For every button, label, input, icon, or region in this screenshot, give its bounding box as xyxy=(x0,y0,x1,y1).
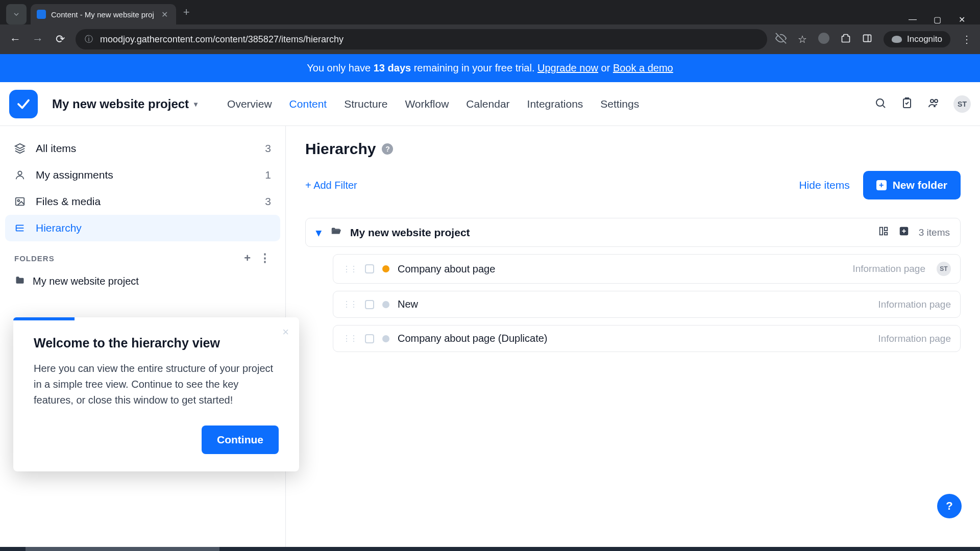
add-folder-button[interactable]: + xyxy=(244,252,251,265)
profile-icon[interactable] xyxy=(818,33,829,46)
svg-rect-10 xyxy=(16,198,24,206)
svg-point-9 xyxy=(18,171,21,175)
folder-menu-button[interactable]: ⋮ xyxy=(259,252,271,265)
sidebar-item-my-assignments[interactable]: My assignments 1 xyxy=(5,162,280,188)
drag-handle-icon[interactable]: ⋮⋮ xyxy=(342,334,357,343)
sidepanel-icon[interactable] xyxy=(862,33,872,46)
sidebar-item-hierarchy[interactable]: Hierarchy xyxy=(5,215,280,241)
folder-plus-icon: + xyxy=(876,180,887,190)
banner-or: or xyxy=(598,62,613,73)
topbar-actions: ST xyxy=(874,95,971,113)
tab-content[interactable]: Content xyxy=(289,98,327,110)
url-text: moodjoy.gathercontent.com/content/385827… xyxy=(100,34,344,45)
folder-item[interactable]: My new website project xyxy=(5,269,280,294)
item-title: New xyxy=(398,298,418,310)
forward-button[interactable]: → xyxy=(31,33,45,46)
app-logo[interactable] xyxy=(9,90,38,118)
folder-icon xyxy=(14,275,26,288)
caret-down-icon[interactable]: ▾ xyxy=(316,227,322,239)
toolbar-right: ☆ Incognito ⋮ xyxy=(775,31,972,47)
project-switcher[interactable]: My new website project ▾ xyxy=(52,97,198,111)
tree-item[interactable]: ⋮⋮ Company about page (Duplicate) Inform… xyxy=(333,325,961,352)
book-demo-link[interactable]: Book a demo xyxy=(613,62,673,73)
drag-handle-icon[interactable]: ⋮⋮ xyxy=(342,299,357,309)
svg-point-3 xyxy=(876,99,884,106)
popover-progress-bar xyxy=(13,317,75,320)
sidebar-count: 3 xyxy=(265,142,271,155)
upgrade-link[interactable]: Upgrade now xyxy=(537,62,598,73)
checkbox[interactable] xyxy=(365,300,374,309)
svg-point-7 xyxy=(935,99,938,103)
extensions-icon[interactable] xyxy=(841,33,851,46)
layers-icon xyxy=(14,143,27,154)
checkbox[interactable] xyxy=(365,334,374,343)
help-fab[interactable]: ? xyxy=(937,494,962,518)
template-icon[interactable] xyxy=(878,226,889,239)
minimize-button[interactable]: — xyxy=(908,15,918,24)
checkbox[interactable] xyxy=(365,264,374,273)
bookmark-star-icon[interactable]: ☆ xyxy=(798,33,807,45)
window-controls: — ▢ ✕ xyxy=(908,10,976,24)
clipboard-icon[interactable] xyxy=(900,97,914,111)
back-button[interactable]: ← xyxy=(8,33,22,46)
help-icon[interactable]: ? xyxy=(382,143,393,155)
svg-point-11 xyxy=(17,199,19,202)
tree-root[interactable]: ▾ My new website project 3 items xyxy=(305,218,961,247)
kebab-menu-icon[interactable]: ⋮ xyxy=(962,33,972,45)
welcome-popover: × Welcome to the hierarchy view Here you… xyxy=(13,317,299,471)
incognito-badge[interactable]: Incognito xyxy=(884,31,950,47)
banner-middle: remaining in your free trial. xyxy=(411,62,537,73)
browser-tab[interactable]: Content - My new website proj ✕ xyxy=(31,4,176,24)
site-info-icon[interactable]: ⓘ xyxy=(85,34,93,45)
tree-item[interactable]: ⋮⋮ New Information page xyxy=(333,291,961,318)
sidebar-label: Files & media xyxy=(36,195,101,208)
svg-rect-18 xyxy=(879,228,883,235)
sidebar-item-files-media[interactable]: Files & media 3 xyxy=(5,188,280,215)
url-field[interactable]: ⓘ moodjoy.gathercontent.com/content/3858… xyxy=(76,29,767,49)
top-bar: My new website project ▾ Overview Conten… xyxy=(0,82,980,126)
user-avatar[interactable]: ST xyxy=(953,95,971,113)
tab-integrations[interactable]: Integrations xyxy=(527,98,583,110)
page-title-text: Hierarchy xyxy=(305,140,376,158)
item-title: Company about page xyxy=(398,263,495,275)
item-title: Company about page (Duplicate) xyxy=(398,333,548,344)
maximize-button[interactable]: ▢ xyxy=(932,15,942,24)
app: You only have 13 days remaining in your … xyxy=(0,54,980,551)
sidebar-item-all-items[interactable]: All items 3 xyxy=(5,135,280,162)
favicon-icon xyxy=(37,10,46,19)
tab-overview[interactable]: Overview xyxy=(227,98,272,110)
add-item-icon[interactable] xyxy=(898,226,910,239)
folder-label: My new website project xyxy=(33,276,139,287)
assignee-avatar: ST xyxy=(937,262,951,276)
close-window-button[interactable]: ✕ xyxy=(957,15,967,24)
status-dot xyxy=(382,335,389,342)
item-type: Information page xyxy=(852,263,925,274)
trial-banner: You only have 13 days remaining in your … xyxy=(0,54,980,82)
page-title: Hierarchy ? xyxy=(305,140,961,158)
drag-handle-icon[interactable]: ⋮⋮ xyxy=(342,264,357,274)
add-filter-button[interactable]: + Add Filter xyxy=(305,180,357,191)
svg-marker-8 xyxy=(15,144,24,148)
search-icon[interactable] xyxy=(874,97,887,111)
tab-calendar[interactable]: Calendar xyxy=(466,98,509,110)
people-icon[interactable] xyxy=(927,97,940,111)
tab-workflow[interactable]: Workflow xyxy=(405,98,449,110)
new-folder-button[interactable]: + New folder xyxy=(863,171,961,199)
hide-items-button[interactable]: Hide items xyxy=(799,179,849,191)
new-tab-button[interactable]: + xyxy=(176,6,197,19)
svg-rect-20 xyxy=(885,233,888,235)
tree-item[interactable]: ⋮⋮ Company about page Information page S… xyxy=(333,254,961,284)
os-taskbar xyxy=(0,547,980,551)
tab-structure[interactable]: Structure xyxy=(344,98,387,110)
tab-settings[interactable]: Settings xyxy=(600,98,639,110)
tab-close-button[interactable]: ✕ xyxy=(159,9,170,20)
project-name: My new website project xyxy=(52,97,189,111)
popover-close-button[interactable]: × xyxy=(282,325,289,339)
tab-search-button[interactable] xyxy=(6,4,27,24)
continue-button[interactable]: Continue xyxy=(202,425,279,454)
svg-rect-19 xyxy=(885,228,888,231)
eye-off-icon[interactable] xyxy=(775,33,787,46)
nav-tabs: Overview Content Structure Workflow Cale… xyxy=(227,98,639,110)
status-dot xyxy=(382,301,389,308)
reload-button[interactable]: ⟳ xyxy=(53,33,67,46)
